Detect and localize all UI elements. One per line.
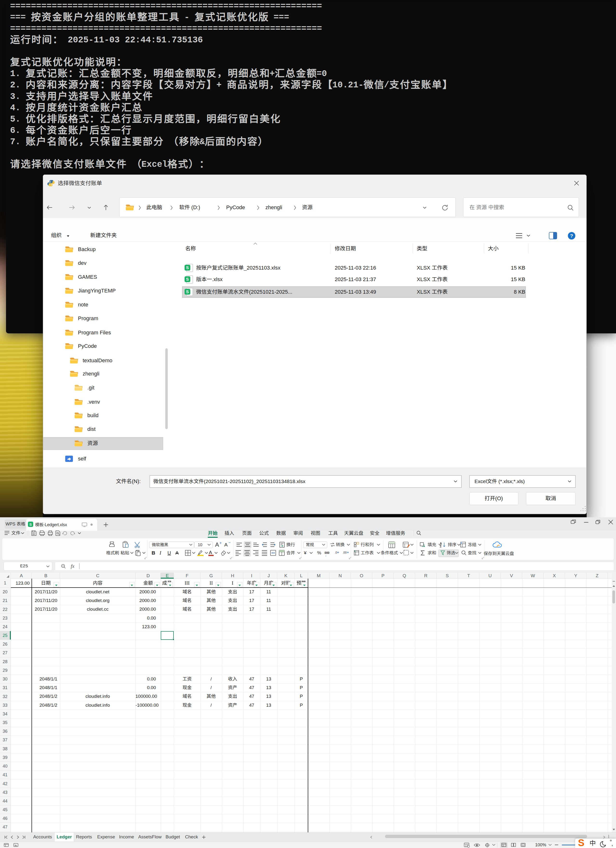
- svg-text:A: A: [440, 542, 442, 545]
- svg-text:S: S: [186, 289, 189, 294]
- svg-text:.0: .0: [335, 551, 337, 554]
- svg-text:S: S: [186, 265, 189, 270]
- svg-text:Z: Z: [440, 545, 441, 548]
- svg-text:S: S: [186, 277, 189, 282]
- svg-text:S: S: [30, 522, 32, 526]
- svg-text:.00: .00: [343, 551, 347, 554]
